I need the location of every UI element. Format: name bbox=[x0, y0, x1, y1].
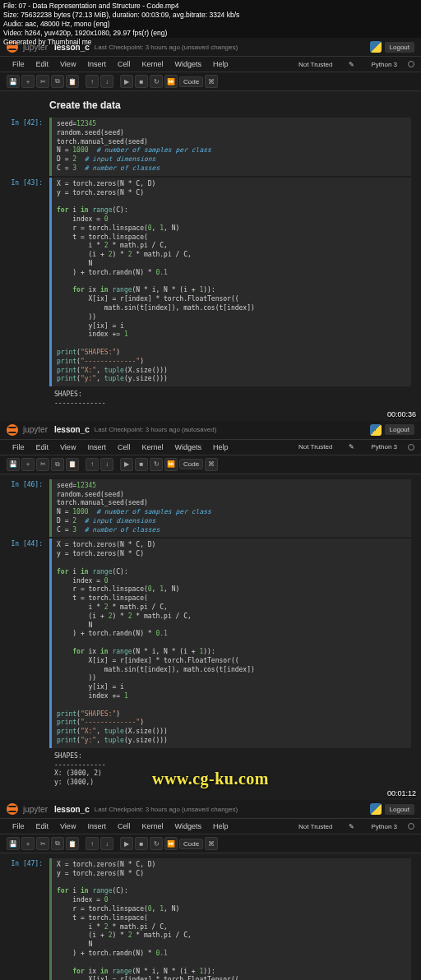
kernel-status-icon bbox=[408, 823, 414, 830]
move-up-icon[interactable]: ↑ bbox=[86, 837, 99, 850]
command-palette-icon[interactable]: ⌘ bbox=[205, 75, 218, 88]
restart-icon[interactable]: ↻ bbox=[150, 75, 163, 88]
kernel-name[interactable]: Python 3 bbox=[365, 59, 403, 70]
restart-icon[interactable]: ↻ bbox=[150, 837, 163, 850]
python-icon bbox=[370, 803, 382, 815]
command-palette-icon[interactable]: ⌘ bbox=[205, 837, 218, 850]
menu-insert[interactable]: Insert bbox=[81, 58, 112, 70]
restart-run-icon[interactable]: ⏩ bbox=[164, 837, 178, 850]
frame-timestamp: 00:01:12 bbox=[387, 789, 416, 797]
save-icon[interactable]: 💾 bbox=[7, 837, 20, 850]
python-icon bbox=[370, 424, 382, 436]
cell-output: SHAPES: ------------- bbox=[49, 388, 411, 411]
stop-icon[interactable]: ■ bbox=[135, 75, 148, 88]
menu-widgets[interactable]: Widgets bbox=[169, 58, 207, 70]
video-frame-2: jupyter lesson_c Last Checkpoint: 3 hour… bbox=[0, 421, 421, 800]
save-icon[interactable]: 💾 bbox=[7, 75, 20, 88]
move-down-icon[interactable]: ↓ bbox=[100, 75, 113, 88]
jupyter-logo-icon bbox=[7, 424, 18, 436]
menu-kernel[interactable]: Kernel bbox=[136, 58, 169, 70]
code-content[interactable]: X = torch.zeros(N * C, D) y = torch.zero… bbox=[57, 180, 406, 384]
copy-icon[interactable]: ⧉ bbox=[51, 458, 64, 471]
menu-cell[interactable]: Cell bbox=[112, 58, 136, 70]
move-up-icon[interactable]: ↑ bbox=[86, 458, 99, 471]
code-cell-seed[interactable]: In [42]: seed=12345 random.seed(seed) to… bbox=[10, 118, 411, 176]
cell-prompt: In [43]: bbox=[10, 178, 49, 386]
menu-view[interactable]: View bbox=[54, 58, 81, 70]
frame-timestamp: 00:00:36 bbox=[387, 410, 416, 418]
move-down-icon[interactable]: ↓ bbox=[100, 458, 113, 471]
paste-icon[interactable]: 📋 bbox=[66, 75, 79, 88]
menu-help[interactable]: Help bbox=[207, 58, 234, 70]
stop-icon[interactable]: ■ bbox=[135, 458, 148, 471]
menu-edit[interactable]: Edit bbox=[30, 58, 55, 70]
kernel-status-icon bbox=[408, 444, 414, 451]
cut-icon[interactable]: ✂ bbox=[36, 75, 49, 88]
toolbar: 💾 ＋ ✂ ⧉ 📋 ↑ ↓ ▶ ■ ↻ ⏩ Code ⌘ bbox=[0, 72, 421, 91]
copy-icon[interactable]: ⧉ bbox=[51, 75, 64, 88]
code-cell-seed[interactable]: In [46]: seed=12345 random.seed(seed) to… bbox=[10, 479, 411, 538]
trust-status[interactable]: Not Trusted bbox=[293, 59, 338, 70]
paste-icon[interactable]: 📋 bbox=[66, 837, 79, 850]
add-cell-icon[interactable]: ＋ bbox=[21, 837, 35, 850]
video-metadata-overlay: File: 07 - Data Representation and Struc… bbox=[0, 0, 243, 49]
celltype-select[interactable]: Code bbox=[179, 76, 203, 87]
jupyter-logo-icon bbox=[7, 803, 18, 815]
cut-icon[interactable]: ✂ bbox=[36, 458, 49, 471]
code-cell-gendata[interactable]: In [43]: X = torch.zeros(N * C, D) y = t… bbox=[10, 178, 411, 386]
add-cell-icon[interactable]: ＋ bbox=[21, 75, 35, 88]
add-cell-icon[interactable]: ＋ bbox=[21, 458, 35, 471]
logout-button[interactable]: Logout bbox=[385, 42, 414, 53]
code-cell-gendata[interactable]: In [44]: X = torch.zeros(N * C, D) y = t… bbox=[10, 539, 411, 747]
code-content[interactable]: seed=12345 random.seed(seed) torch.manua… bbox=[57, 120, 406, 173]
video-frame-1: jupyter lesson_c Last Checkpoint: 3 hour… bbox=[0, 0, 421, 421]
restart-run-icon[interactable]: ⏩ bbox=[164, 75, 178, 88]
menu-file[interactable]: File bbox=[7, 58, 30, 70]
code-cell-gendata[interactable]: In [47]: X = torch.zeros(N * C, D) y = t… bbox=[10, 858, 411, 980]
paste-icon[interactable]: 📋 bbox=[66, 458, 79, 471]
stop-icon[interactable]: ■ bbox=[135, 837, 148, 850]
notebook-area: Create the data In [42]: seed=12345 rand… bbox=[0, 91, 421, 421]
save-icon[interactable]: 💾 bbox=[7, 458, 20, 471]
cell-prompt: In [42]: bbox=[10, 118, 49, 176]
restart-run-icon[interactable]: ⏩ bbox=[164, 458, 178, 471]
copy-icon[interactable]: ⧉ bbox=[51, 837, 64, 850]
run-icon[interactable]: ▶ bbox=[120, 458, 133, 471]
run-icon[interactable]: ▶ bbox=[120, 837, 133, 850]
move-up-icon[interactable]: ↑ bbox=[86, 75, 99, 88]
video-frame-3: jupyter lesson_c Last Checkpoint: 3 hour… bbox=[0, 800, 421, 980]
run-icon[interactable]: ▶ bbox=[120, 75, 133, 88]
python-icon bbox=[370, 41, 382, 53]
cut-icon[interactable]: ✂ bbox=[36, 837, 49, 850]
kernel-status-icon bbox=[408, 61, 414, 67]
command-palette-icon[interactable]: ⌘ bbox=[205, 458, 218, 471]
watermark-text: www.cg-ku.com bbox=[152, 770, 269, 788]
markdown-heading[interactable]: Create the data bbox=[10, 96, 411, 118]
menu-bar: File Edit View Insert Cell Kernel Widget… bbox=[0, 57, 421, 72]
move-down-icon[interactable]: ↓ bbox=[100, 837, 113, 850]
restart-icon[interactable]: ↻ bbox=[150, 458, 163, 471]
